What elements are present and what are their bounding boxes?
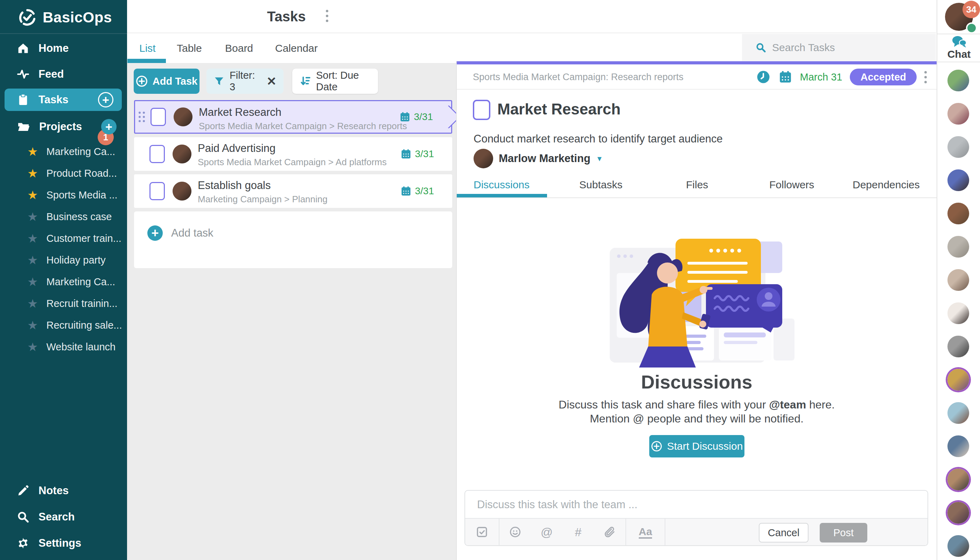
empty-state-line1: Discuss this task and share files with y…: [457, 398, 937, 411]
task-list-panel: Add Task Filter: 3 ✕ Sort: Due Date: [127, 63, 456, 560]
tab-subtasks[interactable]: Subtasks: [579, 173, 622, 197]
tab-discussions[interactable]: Discussions: [473, 173, 530, 197]
tab-followers[interactable]: Followers: [769, 173, 814, 197]
attachment-icon[interactable]: [594, 526, 625, 538]
add-task-row-label: Add task: [171, 227, 213, 239]
chat-member-avatar[interactable]: [947, 269, 969, 291]
star-icon[interactable]: ★: [27, 319, 38, 331]
project-label: Recruit trainin...: [46, 298, 117, 309]
tab-files[interactable]: Files: [686, 173, 708, 197]
hashtag-icon[interactable]: #: [562, 525, 594, 539]
chat-member-avatar[interactable]: [947, 203, 969, 224]
composer-input[interactable]: Discuss this task with the team ...: [477, 498, 637, 511]
checkbox-format-icon[interactable]: [465, 526, 499, 538]
sidebar-project-item[interactable]: ★Marketing Ca...: [0, 271, 127, 293]
star-icon[interactable]: ★: [27, 276, 38, 288]
calendar-icon[interactable]: [778, 70, 792, 84]
online-status-dot: [966, 22, 977, 33]
sidebar-project-item[interactable]: ★Recruiting sale...: [0, 314, 127, 336]
toolbar-divider: [665, 518, 665, 546]
tab-board[interactable]: Board: [225, 33, 253, 63]
mention-icon[interactable]: @: [531, 525, 562, 539]
tab-calendar[interactable]: Calendar: [275, 33, 318, 63]
task-row-market-research[interactable]: Market Research Sports Media Market Camp…: [134, 100, 452, 134]
assignee-selector[interactable]: Marlow Marketing ▾: [473, 148, 602, 169]
chat-member-avatar[interactable]: [947, 435, 969, 457]
chat-member-avatar[interactable]: [947, 502, 969, 523]
search-tasks-input[interactable]: [772, 42, 919, 53]
project-label: Business case: [46, 211, 112, 223]
chat-label[interactable]: Chat: [937, 48, 980, 60]
sidebar-project-item[interactable]: ★Recruit trainin...: [0, 293, 127, 314]
add-project-icon[interactable]: +: [101, 119, 117, 134]
task-row-paid-advertising[interactable]: Paid Advertising Sports Media Market Cam…: [134, 137, 452, 171]
text-format-icon[interactable]: Aa: [626, 526, 665, 538]
chat-member-avatar[interactable]: [947, 336, 969, 357]
chat-member-avatar[interactable]: [947, 369, 969, 391]
sidebar-item-settings[interactable]: Settings: [0, 532, 127, 554]
chat-member-avatar[interactable]: [947, 70, 969, 92]
chat-member-avatar[interactable]: [947, 302, 969, 324]
star-icon[interactable]: ★: [27, 232, 38, 244]
sidebar-project-item[interactable]: ★Business case: [0, 206, 127, 228]
search-icon: [755, 42, 767, 53]
chat-member-avatar[interactable]: [947, 103, 969, 125]
tab-table[interactable]: Table: [177, 33, 202, 63]
chat-bubbles-icon[interactable]: [951, 35, 967, 49]
detail-menu-icon[interactable]: [924, 71, 927, 83]
sidebar-project-item[interactable]: ★Holiday party: [0, 249, 127, 271]
tab-label: Table: [177, 42, 202, 54]
task-checkbox[interactable]: [150, 145, 165, 163]
gear-icon: [17, 537, 29, 550]
post-button[interactable]: Post: [820, 523, 867, 542]
sidebar-project-item[interactable]: ★Product Road...: [0, 162, 127, 184]
due-date-label[interactable]: March 31: [800, 72, 842, 83]
sidebar-project-item[interactable]: ★Customer train...: [0, 228, 127, 249]
add-task-row[interactable]: + Add task: [134, 212, 452, 268]
selected-accent-border: [457, 61, 937, 64]
chat-member-avatar[interactable]: [947, 169, 969, 191]
sidebar-item-notes[interactable]: Notes: [0, 480, 127, 502]
sidebar-item-feed[interactable]: Feed 1: [0, 63, 127, 85]
filter-chip[interactable]: Filter: 3 ✕: [207, 68, 283, 94]
chat-member-avatar[interactable]: [947, 236, 969, 258]
star-icon[interactable]: ★: [27, 167, 38, 179]
logo[interactable]: BasicOps: [18, 8, 112, 27]
star-icon[interactable]: ★: [27, 341, 38, 353]
sidebar-item-projects[interactable]: Projects +: [0, 115, 127, 138]
rail-divider: [937, 62, 980, 62]
task-checkbox[interactable]: [150, 182, 165, 200]
detail-task-checkbox[interactable]: [473, 100, 490, 120]
status-badge[interactable]: Accepted: [850, 68, 917, 85]
task-checkbox[interactable]: [150, 108, 166, 126]
chat-member-avatar[interactable]: [947, 535, 969, 557]
sidebar-item-tasks[interactable]: Tasks +: [5, 88, 122, 111]
add-task-quick-icon[interactable]: +: [98, 92, 113, 107]
chat-member-avatar[interactable]: [947, 402, 969, 424]
start-discussion-button[interactable]: Start Discussion: [649, 435, 745, 457]
sidebar-item-home[interactable]: Home: [0, 37, 127, 60]
cancel-button[interactable]: Cancel: [759, 523, 808, 542]
sidebar-project-item[interactable]: ★Sports Media ...: [0, 184, 127, 206]
sidebar-project-item[interactable]: ★Website launch: [0, 336, 127, 358]
clock-icon[interactable]: [756, 70, 771, 84]
sidebar-item-search[interactable]: Search: [0, 506, 127, 528]
star-icon[interactable]: ★: [27, 189, 38, 201]
star-icon[interactable]: ★: [27, 298, 38, 309]
clear-filter-icon[interactable]: ✕: [267, 74, 277, 88]
due-text: 3/31: [414, 111, 433, 122]
drag-handle-icon[interactable]: [138, 112, 145, 122]
emoji-icon[interactable]: [500, 526, 531, 538]
sidebar-project-item[interactable]: ★Marketing Ca...: [0, 141, 127, 162]
add-task-button[interactable]: Add Task: [134, 68, 200, 94]
star-icon[interactable]: ★: [27, 146, 38, 158]
chat-member-avatar[interactable]: [947, 468, 969, 490]
star-icon[interactable]: ★: [27, 211, 38, 223]
avatar: [173, 145, 192, 163]
page-menu-icon[interactable]: [326, 10, 328, 22]
chat-member-avatar[interactable]: [947, 136, 969, 158]
star-icon[interactable]: ★: [27, 254, 38, 266]
tab-dependencies[interactable]: Dependencies: [853, 173, 920, 197]
task-row-establish-goals[interactable]: Establish goals Marketing Campaign > Pla…: [134, 174, 452, 208]
sort-button[interactable]: Sort: Due Date: [292, 68, 378, 94]
